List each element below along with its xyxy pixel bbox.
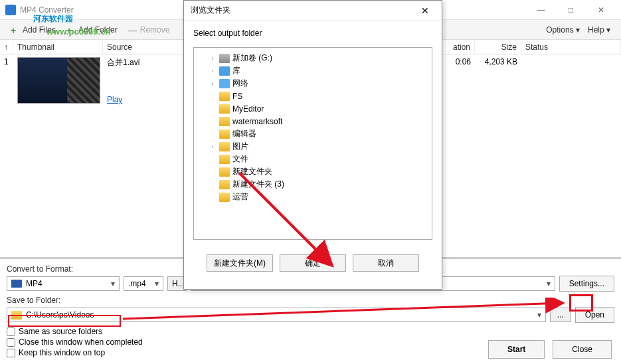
minimize-button[interactable]: — <box>526 1 556 19</box>
format-ext: .mp4 <box>128 279 146 288</box>
save-folder-combo[interactable]: C:\Users\pc\Videos <box>7 308 546 322</box>
plus-icon: + <box>66 25 76 35</box>
tree-item[interactable]: ›网络 <box>197 77 429 90</box>
tree-item[interactable]: 新建文件夹 <box>197 165 429 178</box>
add-files-button[interactable]: + Add Files <box>5 23 61 37</box>
folder-icon <box>219 92 230 101</box>
dialog-title: 浏览文件夹 <box>191 5 415 16</box>
tree-item[interactable]: FS <box>197 90 429 102</box>
tree-item[interactable]: MyEditor <box>197 102 429 115</box>
help-menu[interactable]: Help ▾ <box>588 25 610 35</box>
keep-on-top-input[interactable] <box>7 349 15 357</box>
options-menu[interactable]: Options ▾ <box>546 25 580 35</box>
start-button[interactable]: Start <box>488 340 545 359</box>
tree-item-label: FS <box>232 92 242 101</box>
tree-item[interactable]: ›库 <box>197 64 429 77</box>
tree-item[interactable]: 编辑器 <box>197 128 429 140</box>
add-folder-label: Add Folder <box>78 25 118 35</box>
col-index[interactable]: ↑ <box>0 40 13 54</box>
tree-item[interactable]: 新建文件夹 (3) <box>197 178 429 191</box>
tree-item[interactable]: 运营 <box>197 191 429 203</box>
browse-folder-dialog: 浏览文件夹 ✕ Select output folder ›新加卷 (G:)›库… <box>183 0 442 290</box>
save-path: C:\Users\pc\Videos <box>26 310 94 319</box>
tree-item-label: 库 <box>232 65 240 76</box>
folder-icon <box>219 167 230 177</box>
format-icon <box>11 280 22 288</box>
net-icon <box>219 79 230 88</box>
close-when-done-input[interactable] <box>7 338 15 347</box>
tree-item-label: 编辑器 <box>232 128 256 139</box>
tree-item[interactable]: ›图片 <box>197 140 429 153</box>
app-icon <box>5 5 16 15</box>
ok-button[interactable]: 确定 <box>280 254 346 272</box>
col-size[interactable]: Size <box>475 40 521 54</box>
expand-icon[interactable]: › <box>209 143 217 150</box>
tree-item-label: 图片 <box>232 141 248 152</box>
same-as-source-label: Same as source folders <box>19 327 102 336</box>
open-button[interactable]: Open <box>575 307 614 323</box>
folder-icon <box>219 180 230 189</box>
close-when-done-label: Close this window when completed <box>19 337 143 347</box>
close-button[interactable]: Close <box>553 340 612 359</box>
tree-item[interactable]: ›新加卷 (G:) <box>197 52 429 64</box>
tree-item[interactable]: 文件 <box>197 153 429 165</box>
video-thumbnail[interactable] <box>17 57 100 104</box>
lib-icon <box>219 66 230 76</box>
tree-item[interactable]: watermarksoft <box>197 115 429 128</box>
save-label: Save to Folder: <box>7 296 614 305</box>
close-window-button[interactable]: ✕ <box>586 1 616 19</box>
col-thumbnail[interactable]: Thumbnail <box>13 40 103 54</box>
minus-icon: — <box>128 25 137 35</box>
ext-select[interactable]: .mp4 <box>124 276 163 291</box>
add-files-label: Add Files <box>23 25 56 35</box>
row-size: 4,203 KB <box>475 57 521 104</box>
footer-buttons: Start Close <box>488 340 612 359</box>
format-select[interactable]: MP4 <box>7 276 120 291</box>
settings-button[interactable]: Settings... <box>559 276 614 292</box>
tree-item-label: 网络 <box>232 78 248 89</box>
tree-item-label: 运营 <box>232 191 248 203</box>
same-as-source-checkbox[interactable]: Same as source folders <box>7 327 614 336</box>
tree-item-label: 新加卷 (G:) <box>232 52 272 64</box>
folder-icon <box>219 104 230 114</box>
drive-icon <box>219 54 230 63</box>
remove-button[interactable]: — Remove <box>123 23 175 37</box>
maximize-button[interactable]: □ <box>556 1 586 19</box>
remove-label: Remove <box>140 25 170 35</box>
browse-button[interactable]: ... <box>550 308 571 322</box>
expand-icon[interactable]: › <box>209 68 217 74</box>
cancel-button[interactable]: 取消 <box>353 254 419 272</box>
tree-item-label: 新建文件夹 <box>232 166 272 177</box>
row-index: 1 <box>0 57 13 104</box>
new-folder-button[interactable]: 新建文件夹(M) <box>207 254 273 272</box>
col-status[interactable]: Status <box>521 40 621 54</box>
folder-icon <box>219 155 230 164</box>
tree-item-label: watermarksoft <box>232 117 282 126</box>
folder-tree[interactable]: ›新加卷 (G:)›库›网络FSMyEditorwatermarksoft编辑器… <box>193 47 432 240</box>
tree-item-label: MyEditor <box>232 104 264 114</box>
format-name: MP4 <box>26 279 43 288</box>
tree-item-label: 新建文件夹 (3) <box>232 179 284 190</box>
add-folder-button[interactable]: + Add Folder <box>61 23 123 37</box>
tree-item-label: 文件 <box>232 153 248 165</box>
dialog-titlebar: 浏览文件夹 ✕ <box>184 1 442 21</box>
expand-icon[interactable]: › <box>209 80 217 87</box>
dialog-close-button[interactable]: ✕ <box>415 5 435 16</box>
keep-on-top-label: Keep this window on top <box>19 348 105 357</box>
folder-icon <box>11 311 22 319</box>
expand-icon[interactable]: › <box>209 55 217 62</box>
dialog-prompt: Select output folder <box>193 29 432 38</box>
folder-icon <box>219 117 230 126</box>
folder-icon <box>219 130 230 139</box>
folder-icon <box>219 193 230 202</box>
plus-icon: + <box>11 25 20 35</box>
folder-icon <box>219 142 230 151</box>
same-as-source-input[interactable] <box>7 327 15 336</box>
